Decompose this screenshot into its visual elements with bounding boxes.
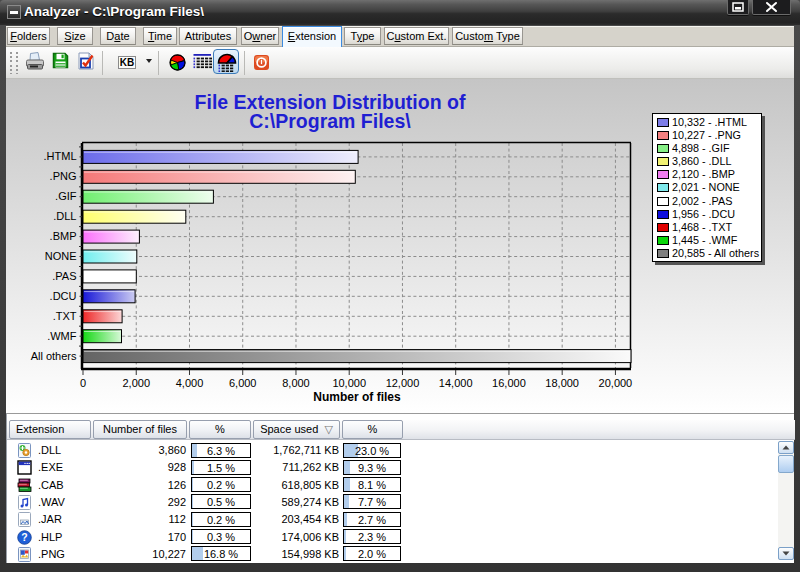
svg-text:16,000: 16,000 bbox=[492, 377, 526, 389]
svg-text:4,000: 4,000 bbox=[176, 377, 204, 389]
svg-text:14,000: 14,000 bbox=[439, 377, 473, 389]
svg-text:Number of files: Number of files bbox=[313, 390, 401, 404]
svg-text:.DCU: .DCU bbox=[50, 290, 77, 302]
svg-text:2,000: 2,000 bbox=[122, 377, 150, 389]
svg-text:.BMP: .BMP bbox=[50, 230, 77, 242]
svg-text:12,000: 12,000 bbox=[386, 377, 420, 389]
svg-text:All others: All others bbox=[31, 350, 77, 362]
svg-text:.PNG: .PNG bbox=[50, 170, 77, 182]
svg-text:NONE: NONE bbox=[45, 250, 77, 262]
svg-text:0: 0 bbox=[80, 377, 86, 389]
svg-text:20,000: 20,000 bbox=[599, 377, 633, 389]
svg-text:.DLL: .DLL bbox=[53, 210, 76, 222]
svg-text:.PAS: .PAS bbox=[52, 270, 76, 282]
svg-text:.TXT: .TXT bbox=[53, 310, 77, 322]
svg-text:10,000: 10,000 bbox=[332, 377, 366, 389]
svg-text:?: ? bbox=[21, 531, 27, 543]
svg-text:8,000: 8,000 bbox=[282, 377, 310, 389]
svg-text:.HTML: .HTML bbox=[44, 150, 77, 162]
svg-text:C:\Program Files\: C:\Program Files\ bbox=[249, 110, 411, 132]
svg-text:6,000: 6,000 bbox=[229, 377, 257, 389]
svg-text:18,000: 18,000 bbox=[545, 377, 579, 389]
svg-text:.GIF: .GIF bbox=[55, 190, 77, 202]
svg-text:.WMF: .WMF bbox=[47, 330, 77, 342]
